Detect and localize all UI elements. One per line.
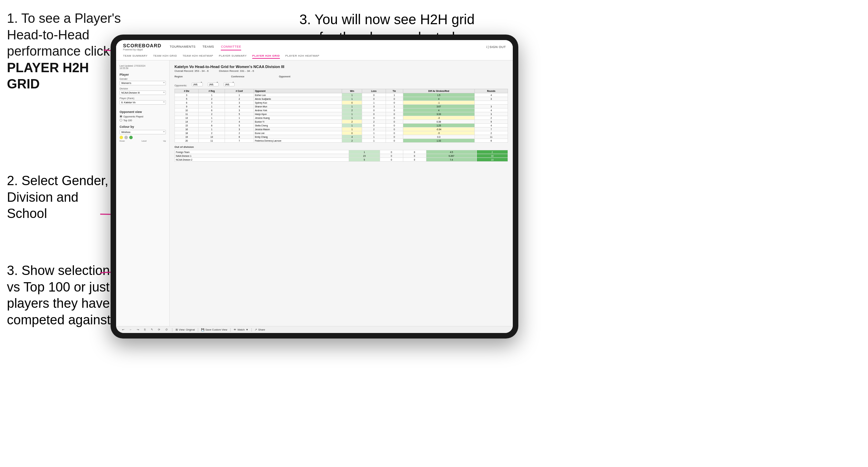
cell-win: 1 bbox=[342, 105, 362, 108]
sign-out-link[interactable]: Sign out bbox=[489, 44, 506, 50]
cell-loss: 1 bbox=[362, 139, 386, 143]
cell-win: 0 bbox=[342, 131, 362, 135]
cell-tie: 0 bbox=[386, 120, 403, 124]
timer-btn[interactable]: ⏱ bbox=[164, 328, 169, 332]
opponent-view-title: Opponent view bbox=[120, 110, 166, 114]
undo-btn[interactable]: ↩ bbox=[121, 328, 125, 332]
sub-nav-team-summary[interactable]: TEAM SUMMARY bbox=[123, 54, 148, 59]
table-row: 20 11 7 Federica Domecq Lacroze 2 1 0 1.… bbox=[175, 139, 508, 143]
share-btn[interactable]: ↗ Share bbox=[255, 328, 265, 331]
cell-conf: 3 bbox=[225, 127, 254, 131]
cell-loss: 0 bbox=[362, 116, 386, 120]
legend-labels: Down Level Up bbox=[120, 140, 166, 142]
cell-tie: 1 bbox=[386, 105, 403, 108]
cell-diff: 1.25 bbox=[403, 124, 475, 127]
colour-dot-green bbox=[129, 136, 133, 139]
nav-link-tournaments[interactable]: TOURNAMENTS bbox=[170, 44, 196, 50]
ood-diff: 7.4 bbox=[426, 158, 477, 162]
ood-win: 15 bbox=[349, 154, 380, 158]
cell-conf: 7 bbox=[225, 139, 254, 143]
cell-tie: 0 bbox=[386, 127, 403, 131]
cell-tie: 0 bbox=[386, 112, 403, 116]
cell-reg: 2 bbox=[199, 97, 225, 101]
toolbar-sep3: | bbox=[230, 328, 231, 332]
colour-by-select[interactable]: Win/loss bbox=[120, 130, 166, 134]
top100-option[interactable]: Top 100 bbox=[120, 119, 166, 122]
opponents-played-radio[interactable] bbox=[120, 115, 122, 118]
cell-opponent: Esther Lee bbox=[254, 93, 342, 97]
nav-link-teams[interactable]: TEAMS bbox=[202, 44, 214, 50]
refresh-btn[interactable]: ⟳ bbox=[157, 328, 161, 332]
cell-win: 2 bbox=[342, 108, 362, 112]
redo-btn[interactable]: ↪ bbox=[136, 328, 140, 332]
opponent-view-section: Opponent view Opponents Played Top 100 bbox=[120, 110, 166, 122]
cell-div: 10 bbox=[175, 108, 199, 112]
sub-nav-player-h2h[interactable]: PLAYER H2H GRID bbox=[252, 54, 280, 59]
cell-tie: 0 bbox=[386, 97, 403, 101]
main-data-table: # Div # Reg # Conf Opponent Win Loss Tie… bbox=[174, 89, 508, 143]
cell-diff: 1.33 bbox=[403, 139, 475, 143]
cell-rounds: 6 bbox=[475, 139, 508, 143]
cell-conf: 2 bbox=[225, 131, 254, 135]
top100-radio[interactable] bbox=[120, 119, 122, 122]
conference-select[interactable]: (All) bbox=[208, 83, 219, 86]
cell-rounds: 3 bbox=[475, 112, 508, 116]
player-rank-select[interactable]: 8. Katelyn Vo bbox=[120, 100, 166, 105]
col-rounds: Rounds bbox=[475, 89, 508, 93]
opponent-select[interactable]: (All) bbox=[224, 83, 235, 86]
cell-conf: 5 bbox=[225, 124, 254, 127]
return-btn[interactable]: ↰ bbox=[150, 328, 154, 332]
save-custom-view[interactable]: 💾 Save Custom View bbox=[201, 328, 227, 331]
main-panel: Katelyn Vo Head-to-Head Grid for Women's… bbox=[170, 60, 513, 326]
cell-reg: 1 bbox=[199, 116, 225, 120]
copy-btn[interactable]: ⎘ bbox=[143, 328, 147, 332]
opponents-played-option[interactable]: Opponents Played bbox=[120, 115, 166, 118]
cell-reg: 6 bbox=[199, 108, 225, 112]
region-filter: Region bbox=[174, 75, 183, 78]
cell-diff: 1.5 bbox=[403, 93, 475, 97]
ood-win: 5 bbox=[349, 158, 380, 162]
cell-conf: 2 bbox=[225, 97, 254, 101]
colour-by-select-wrapper: Win/loss bbox=[120, 130, 166, 134]
region-label: Region bbox=[174, 75, 183, 78]
sub-nav-team-h2h[interactable]: TEAM H2H GRID bbox=[153, 54, 177, 59]
instruction-step1-bold: PLAYER H2H GRID bbox=[7, 60, 89, 92]
cell-loss: 0 bbox=[362, 108, 386, 112]
col-win: Win bbox=[342, 89, 362, 93]
sub-nav-team-heatmap[interactable]: TEAM H2H HEATMAP bbox=[182, 54, 213, 59]
cell-tie: 0 bbox=[386, 135, 403, 139]
nav-link-committee[interactable]: COMMITTEE bbox=[221, 44, 241, 50]
cell-rounds: 7 bbox=[475, 127, 508, 131]
sub-nav-player-summary[interactable]: PLAYER SUMMARY bbox=[219, 54, 247, 59]
cell-diff: 4 bbox=[403, 108, 475, 112]
cell-loss: 0 bbox=[362, 105, 386, 108]
col-div: # Div bbox=[175, 89, 199, 93]
sub-nav-player-heatmap[interactable]: PLAYER H2H HEATMAP bbox=[285, 54, 320, 59]
instruction-step2: 2. Select Gender, Division and School bbox=[7, 173, 114, 222]
table-row: 15 8 5 Stella Cheng 1 0 0 1.25 4 bbox=[175, 124, 508, 127]
gender-select[interactable]: Women's bbox=[120, 81, 166, 85]
cell-reg: 2 bbox=[199, 112, 225, 116]
cell-win: 4 bbox=[342, 135, 362, 139]
col-conf: # Conf bbox=[225, 89, 254, 93]
region-select[interactable]: (All) bbox=[192, 83, 203, 86]
filter-row: Region Conference Opponent bbox=[174, 75, 508, 78]
cell-loss: 2 bbox=[362, 127, 386, 131]
cell-rounds: 4 bbox=[475, 124, 508, 127]
cell-rounds: 4 bbox=[475, 93, 508, 97]
view-original[interactable]: ⊞ View: Original bbox=[176, 328, 195, 331]
back-btn[interactable]: ← bbox=[128, 328, 133, 332]
division-select[interactable]: NCAA Division III bbox=[120, 90, 166, 95]
instruction-step3-bottom: 3. Show selection vs Top 100 or just pla… bbox=[7, 263, 114, 328]
cell-tie: 0 bbox=[386, 116, 403, 120]
ood-diff: 4.5 bbox=[426, 150, 477, 154]
cell-opponent: Euna Lee bbox=[254, 131, 342, 135]
nav-bar: SCOREBOARD Powered by clippd TOURNAMENTS… bbox=[116, 40, 513, 60]
view-original-label: View: Original bbox=[179, 328, 195, 331]
main-table-body: 3 1 1 Esther Lee 1 0 1 1.5 4 5 2 2 Alexi… bbox=[175, 93, 508, 143]
nav-top: SCOREBOARD Powered by clippd TOURNAMENTS… bbox=[123, 43, 506, 51]
cell-loss: 1 bbox=[362, 131, 386, 135]
col-tie: Tie bbox=[386, 89, 403, 93]
watch-btn[interactable]: 👁 Watch ▼ bbox=[234, 328, 248, 331]
instruction-step1-text: 1. To see a Player's Head-to-Head perfor… bbox=[7, 11, 121, 58]
